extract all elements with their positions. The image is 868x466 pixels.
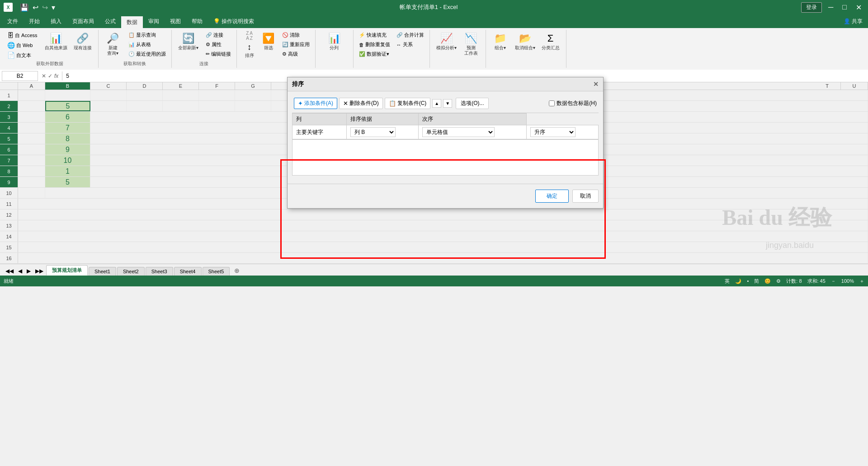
cell-C9[interactable] <box>90 177 868 187</box>
tab-formulas[interactable]: 公式 <box>99 14 121 28</box>
sheet-tab-5[interactable]: Sheet5 <box>203 267 230 276</box>
cell-D2[interactable] <box>127 101 163 111</box>
sort-button[interactable]: ↕ 排序 <box>241 41 259 60</box>
from-table-button[interactable]: 📊 从表格 <box>127 40 168 49</box>
cell-B1[interactable] <box>45 90 90 100</box>
sheet-tab-4[interactable]: Sheet4 <box>174 267 202 276</box>
col-header-U[interactable]: U <box>841 82 868 90</box>
sheet-tab-1[interactable]: Sheet1 <box>89 267 116 276</box>
sheet-nav-left[interactable]: ◀◀ <box>4 266 15 276</box>
save-icon[interactable]: 💾 <box>19 3 30 12</box>
group-button[interactable]: 📁 组合▾ <box>490 31 511 52</box>
cell-B8[interactable]: 1 <box>45 166 90 176</box>
cell-A1[interactable] <box>18 90 45 100</box>
minimize-button[interactable]: ─ <box>826 2 836 12</box>
sheet-nav-next[interactable]: ▶ <box>25 266 33 276</box>
formula-input[interactable] <box>64 73 866 79</box>
remove-duplicates-button[interactable]: 🗑 删除重复值 <box>357 40 392 49</box>
zoom-out-button[interactable]: － <box>831 278 836 285</box>
cell-G1[interactable] <box>235 90 271 100</box>
col-header-F[interactable]: F <box>199 82 235 90</box>
cell-F1[interactable] <box>199 90 235 100</box>
cell-C7[interactable] <box>90 155 868 166</box>
cell-C3[interactable] <box>90 112 868 122</box>
advanced-button[interactable]: ⚙ 高级 <box>280 50 311 58</box>
col-header-H[interactable]: H <box>271 82 307 90</box>
cell-C4[interactable] <box>90 123 868 133</box>
cell-B6[interactable]: 9 <box>45 144 90 155</box>
cell-row11[interactable] <box>18 199 868 209</box>
show-query-button[interactable]: 📋 显示查询 <box>127 31 168 39</box>
new-query-button[interactable]: 🔎 新建查询▾ <box>102 31 124 58</box>
redo-icon[interactable]: ↪ <box>41 3 49 12</box>
customize-icon[interactable]: ▾ <box>51 3 56 12</box>
quick-access-toolbar[interactable]: 💾 ↩ ↪ ▾ <box>19 3 56 12</box>
cell-H1[interactable] <box>271 90 307 100</box>
consolidate-button[interactable]: 🔗 合并计算 <box>395 31 426 39</box>
tab-search[interactable]: 💡 操作说明搜索 <box>208 14 259 28</box>
split-column-button[interactable]: 📊 分列 <box>323 31 345 52</box>
undo-icon[interactable]: ↩ <box>32 3 39 12</box>
cell-E2[interactable] <box>163 101 199 111</box>
properties-button[interactable]: ⚙ 属性 <box>204 40 233 49</box>
tab-home[interactable]: 开始 <box>24 14 45 28</box>
cell-B3[interactable]: 6 <box>45 112 90 122</box>
tab-review[interactable]: 审阅 <box>143 14 165 28</box>
connections-button[interactable]: 🔗 连接 <box>204 31 233 39</box>
col-header-I[interactable]: I <box>307 82 321 90</box>
login-button[interactable]: 登录 <box>801 2 822 13</box>
col-header-B[interactable]: B <box>45 82 90 90</box>
sheet-tab-budget[interactable]: 预算规划清单 <box>46 265 88 276</box>
text-button[interactable]: 📄 自文本 <box>5 51 39 60</box>
cancel-formula-icon[interactable]: ✕ <box>42 73 46 79</box>
cell-A8[interactable] <box>18 166 45 176</box>
reapply-button[interactable]: 🔄 重新应用 <box>280 40 311 49</box>
clear-button[interactable]: 🚫 清除 <box>280 31 311 39</box>
tab-view[interactable]: 视图 <box>165 14 186 28</box>
cell-A10[interactable] <box>18 188 45 198</box>
cell-C2[interactable] <box>90 101 127 111</box>
cell-C5[interactable] <box>90 133 868 144</box>
cell-B2[interactable]: 5 <box>45 101 90 111</box>
edit-links-button[interactable]: ✏ 编辑链接 <box>204 50 233 58</box>
add-sheet-button[interactable]: ⊕ <box>231 266 243 276</box>
share-button[interactable]: 👤 共享 <box>844 18 863 25</box>
data-validate-button[interactable]: ✅ 数据验证▾ <box>357 50 392 58</box>
cell-F2[interactable] <box>199 101 235 111</box>
zoom-in-button[interactable]: ＋ <box>859 278 864 285</box>
col-header-D[interactable]: D <box>127 82 163 90</box>
sheet-tab-2[interactable]: Sheet2 <box>117 267 145 276</box>
cell-B5[interactable]: 8 <box>45 133 90 144</box>
col-header-T[interactable]: T <box>814 82 841 90</box>
cell-A3[interactable] <box>18 112 45 122</box>
sheet-tab-3[interactable]: Sheet3 <box>146 267 173 276</box>
sheet-nav-prev[interactable]: ◀ <box>16 266 24 276</box>
subtotal-button[interactable]: Σ 分类汇总 <box>539 31 562 52</box>
cell-A9[interactable] <box>18 177 45 187</box>
tab-data[interactable]: 数据 <box>121 15 143 28</box>
restore-button[interactable]: □ <box>840 2 849 12</box>
cell-G2[interactable] <box>235 101 271 111</box>
web-button[interactable]: 🌐 自 Web <box>5 41 39 50</box>
cell-C8[interactable] <box>90 166 868 176</box>
ungroup-button[interactable]: 📂 取消组合▾ <box>512 31 538 52</box>
cell-I1[interactable] <box>307 90 868 100</box>
cell-D1[interactable] <box>127 90 163 100</box>
quick-fill-button[interactable]: ⚡ 快速填充 <box>357 31 392 39</box>
cell-row13[interactable] <box>18 220 868 231</box>
refresh-all-button[interactable]: 🔄 全部刷新▾ <box>175 31 201 52</box>
cell-row14[interactable] <box>18 231 868 242</box>
cell-B4[interactable]: 7 <box>45 123 90 133</box>
access-button[interactable]: 🗄 自 Access <box>5 31 39 40</box>
cell-B7[interactable]: 10 <box>45 155 90 166</box>
cell-A5[interactable] <box>18 133 45 144</box>
cell-I2[interactable] <box>307 101 868 111</box>
name-box[interactable] <box>2 71 38 81</box>
relations-button[interactable]: ↔ 关系 <box>395 40 426 49</box>
cell-A7[interactable] <box>18 155 45 166</box>
tab-help[interactable]: 帮助 <box>186 14 208 28</box>
cell-H2[interactable] <box>271 101 307 111</box>
confirm-formula-icon[interactable]: ✓ <box>48 73 52 79</box>
tab-file[interactable]: 文件 <box>2 14 24 28</box>
col-header-G[interactable]: G <box>235 82 271 90</box>
